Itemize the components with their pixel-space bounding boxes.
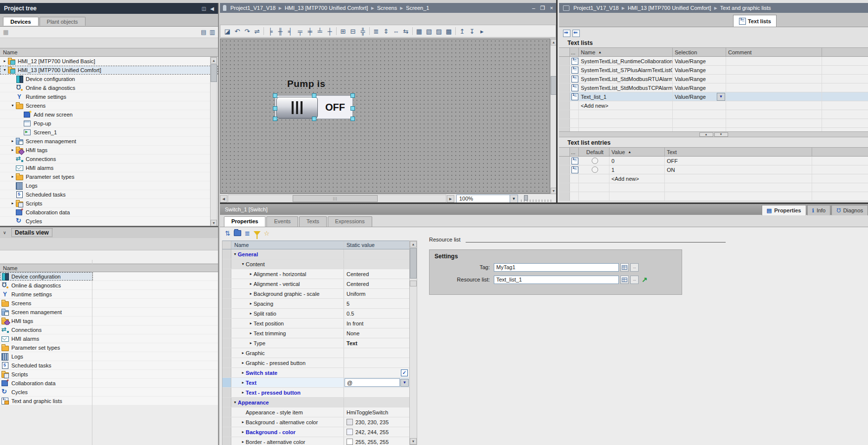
table-view-icon[interactable]: ▤ xyxy=(201,29,206,36)
tab-text-lists[interactable]: 1- Text lists xyxy=(733,15,777,27)
property-row[interactable]: ▸Text - pressed button xyxy=(222,388,409,398)
text-list-row[interactable]: 1-SystemTextList_S7PlusAlarmTextListColl… xyxy=(559,66,868,75)
breadcrumb-segment[interactable]: HMI_13 [MTP700 Unified Comfort] xyxy=(628,5,711,11)
tree-item[interactable]: ▾HMI_13 [MTP700 Unified Comfort] xyxy=(0,66,218,75)
tree-item[interactable]: ▸HMI tags xyxy=(0,146,218,155)
align-left-icon[interactable]: ╞ xyxy=(265,27,275,36)
canvas-hscrollbar[interactable]: ◀ ||| ▶ 100% ▼ xyxy=(220,194,556,203)
tree-item[interactable]: Pop-up xyxy=(0,119,218,128)
property-row[interactable]: ▸Alignment - horizontalCentered xyxy=(222,269,409,279)
breadcrumb-segment[interactable]: Screen_1 xyxy=(406,5,429,11)
align-bottom-icon[interactable]: ╧ xyxy=(315,27,325,36)
tag-table-select-icon[interactable] xyxy=(620,263,629,272)
tree-item[interactable]: ▸Screen management xyxy=(0,137,218,146)
expander-collapsed-icon[interactable]: ▸ xyxy=(240,420,246,424)
add-new-row[interactable]: <Add new> xyxy=(559,101,868,110)
library-view-icon[interactable]: ▥ xyxy=(210,29,215,36)
text-list-selection[interactable]: Value/Range▼ xyxy=(673,92,726,101)
tree-item[interactable]: Scheduled tasks xyxy=(0,190,218,199)
column-header-icon[interactable]: ... xyxy=(570,48,579,56)
expander-collapsed-icon[interactable]: ▸ xyxy=(248,341,254,345)
text-list-row[interactable]: 1-SystemTextList_StdModbusTCPAlarmTextLi… xyxy=(559,83,868,92)
pump-text-label[interactable]: Pump is xyxy=(287,79,325,89)
column-header-selection[interactable]: Selection xyxy=(673,48,726,56)
sort-icon[interactable]: ⇅ xyxy=(225,230,230,237)
property-row[interactable]: ▾Appearance xyxy=(222,398,409,407)
selection-handle[interactable] xyxy=(273,117,277,121)
scroll-thumb[interactable] xyxy=(410,248,417,279)
property-value-cell[interactable]: Text xyxy=(344,338,409,348)
text-list-row[interactable]: 1-Text_list_1Value/Range▼ xyxy=(559,92,868,101)
text-list-row[interactable]: 1-SystemTextList_RuntimeCollaborationFai… xyxy=(559,57,868,66)
tree-item[interactable]: HMI alarms xyxy=(0,163,218,172)
property-value-cell[interactable]: 255, 255, 255 xyxy=(344,437,409,445)
match-width-icon[interactable]: ⇔ xyxy=(391,27,401,36)
breadcrumb-segment[interactable]: Project1_V17_V18 xyxy=(230,5,276,11)
property-row[interactable]: ▸Background - alternative color230, 230,… xyxy=(222,417,409,427)
details-view-item[interactable]: Screen management xyxy=(0,308,218,317)
property-row[interactable]: ▸Background graphic - scaleUniform xyxy=(222,289,409,299)
tab-order-up-icon[interactable]: ↥ xyxy=(457,27,467,36)
expander-collapsed-icon[interactable]: ▸ xyxy=(240,361,246,365)
expander-collapsed-icon[interactable]: ▸ xyxy=(248,311,254,316)
scroll-down-icon[interactable]: ▼ xyxy=(211,220,217,226)
entry-value[interactable]: 1 xyxy=(609,165,665,174)
property-value-cell[interactable]: Uniform xyxy=(344,289,409,298)
breadcrumb-segment[interactable]: Project1_V17_V18 xyxy=(573,5,619,11)
property-value-cell[interactable] xyxy=(344,348,409,358)
expander-collapsed-icon[interactable]: ▸ xyxy=(240,351,246,355)
tree-item[interactable]: Screen_1 xyxy=(0,128,218,137)
pane-splitter[interactable]: ▲ ▼ xyxy=(559,131,868,137)
details-view-item[interactable]: Parameter set types xyxy=(0,343,218,352)
expander-collapsed-icon[interactable]: ▸ xyxy=(240,390,246,395)
tree-item[interactable]: Logs xyxy=(0,181,218,190)
panel-layout-icon[interactable]: ◫ xyxy=(202,6,206,11)
details-view-item[interactable]: Runtime settings xyxy=(0,290,218,299)
property-value-cell[interactable]: ✓ xyxy=(344,368,409,377)
details-view-item[interactable]: Scheduled tasks xyxy=(0,361,218,370)
scroll-thumb[interactable] xyxy=(211,64,217,82)
property-value-cell[interactable]: 230, 230, 235 xyxy=(344,417,409,427)
tree-scrollbar[interactable]: ▲ ▼ xyxy=(210,57,217,226)
add-device-icon[interactable]: ▦ xyxy=(3,29,8,36)
align-right-icon[interactable]: ╡ xyxy=(285,27,295,36)
property-row[interactable]: ▸Text positionIn front xyxy=(222,319,409,328)
selection-handle[interactable] xyxy=(312,117,316,121)
tab-texts[interactable]: Texts xyxy=(299,216,327,227)
property-value-cell[interactable] xyxy=(344,358,409,367)
resource-browse-button[interactable]: ... xyxy=(630,276,639,284)
folder-view-icon[interactable] xyxy=(234,230,241,236)
add-new-label[interactable]: <Add new> xyxy=(609,174,665,183)
tree-item[interactable]: Collaboration data xyxy=(0,208,218,217)
tab-devices[interactable]: Devices xyxy=(3,17,39,26)
tab-properties[interactable]: ▤Properties xyxy=(762,205,806,215)
column-header-name[interactable]: Name xyxy=(231,241,344,249)
same-width-icon[interactable]: ⊞ xyxy=(338,27,348,36)
property-row[interactable]: ▸Graphic - pressed button xyxy=(222,358,409,368)
details-view-item[interactable]: Collaboration data xyxy=(0,379,218,388)
column-header-default[interactable]: Default xyxy=(579,148,609,156)
text-list-row[interactable]: 1-SystemTextList_StdModbusRTUAlarmTextLi… xyxy=(559,75,868,83)
property-value-cell[interactable]: In front xyxy=(344,319,409,328)
property-row[interactable]: Appearance - style itemHmiToggleSwitch xyxy=(222,407,409,417)
expander-collapsed-icon[interactable]: ▸ xyxy=(248,301,254,306)
selection-handle[interactable] xyxy=(273,106,277,111)
details-view-item[interactable]: 1-Text and graphic lists xyxy=(0,397,218,405)
entry-text[interactable]: OFF xyxy=(665,157,812,165)
property-row[interactable]: ▾General xyxy=(222,249,409,259)
scroll-thumb[interactable]: ||| xyxy=(293,195,378,202)
filter-funnel-icon[interactable] xyxy=(254,231,260,236)
expander-expanded-icon[interactable]: ▾ xyxy=(232,252,238,256)
column-header-value[interactable]: Value▲ xyxy=(609,148,665,156)
tree-item[interactable]: ▸HMI_12 [MTP700 Unified Basic] xyxy=(0,57,218,66)
tree-item[interactable]: Online & diagnostics xyxy=(0,83,218,92)
details-view-item[interactable]: Cycles xyxy=(0,388,218,397)
same-height-icon[interactable]: ⊟ xyxy=(348,27,358,36)
column-header-name[interactable]: Name▲ xyxy=(579,48,673,56)
column-header-static-value[interactable]: Static value xyxy=(344,241,409,249)
switch-button[interactable] xyxy=(276,97,318,119)
tab-order-down-icon[interactable]: ↧ xyxy=(467,27,477,36)
breadcrumb-segment[interactable]: Text and graphic lists xyxy=(720,5,771,11)
scroll-up-icon[interactable]: ▲ xyxy=(410,241,417,247)
details-name-column-header[interactable]: Name xyxy=(0,264,218,272)
